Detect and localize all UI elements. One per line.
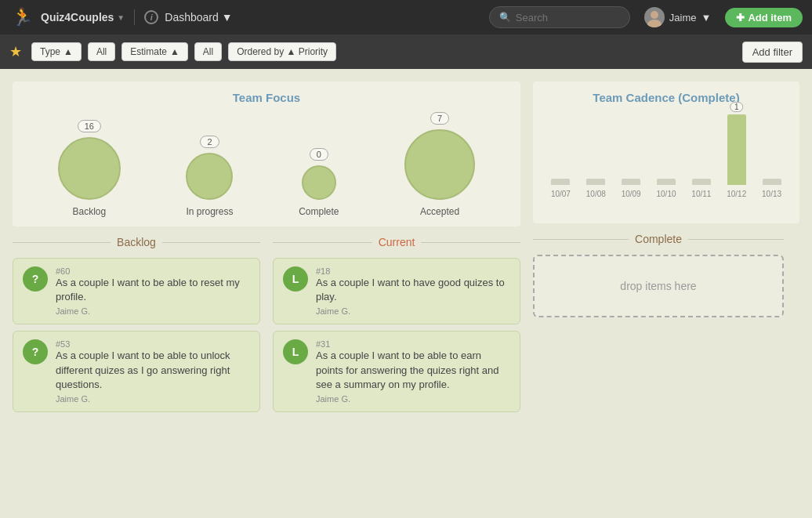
add-filter-button[interactable]: Add filter: [742, 42, 803, 63]
ordered-by-label: Ordered by: [237, 46, 284, 57]
focus-item: 7 Accepted: [404, 112, 475, 217]
team-cadence-panel: Team Cadence (Complete) 10/0710/0810/091…: [533, 82, 799, 223]
chart-bar: [692, 179, 711, 185]
search-bar[interactable]: 🔍: [489, 6, 630, 28]
focus-item: 16 Backlog: [58, 120, 121, 217]
focus-badge: 16: [78, 120, 101, 132]
focus-circle: [186, 153, 233, 200]
card-author: Jaime G.: [56, 394, 250, 404]
header: 🏃 Quiz4Couples ▼ i Dashboard ▼ 🔍 Jaime ▼…: [0, 0, 812, 34]
chart-date-label: 10/10: [656, 190, 676, 198]
card-content: #53 As a couple I want to be able to unl…: [56, 339, 250, 404]
card-id: #53: [56, 339, 250, 349]
current-column-header: Current: [273, 236, 520, 248]
left-panel: Team Focus 16 Backlog 2 In progress 0 Co…: [13, 82, 520, 505]
cadence-chart: 10/0710/0810/0910/1010/11110/1210/13: [546, 112, 787, 214]
chart-bar: [586, 179, 605, 185]
project-selector[interactable]: Quiz4Couples ▼: [41, 11, 125, 24]
type-all-button[interactable]: All: [88, 42, 115, 61]
svg-point-1: [647, 20, 662, 27]
avatar: [644, 7, 665, 27]
chart-bar-group: 10/11: [686, 179, 716, 198]
card-author: Jaime G.: [56, 306, 250, 316]
card-content: #60 As a couple I want to be able to res…: [56, 266, 250, 316]
search-icon: 🔍: [499, 12, 511, 23]
card-icon: L: [283, 266, 308, 292]
focus-label: Backlog: [72, 206, 106, 217]
backlog-column-title: Backlog: [117, 236, 156, 248]
current-column: Current L #18 As a couple I want to have…: [273, 236, 520, 505]
app-logo: 🏃: [9, 5, 34, 30]
dashboard-chevron-icon: ▼: [222, 11, 233, 24]
card[interactable]: ? #60 As a couple I want to be able to r…: [13, 258, 260, 324]
card-text: As a couple I want to be able to earn po…: [316, 349, 510, 392]
focus-label: Complete: [299, 206, 339, 217]
estimate-all-value: All: [203, 46, 213, 57]
main-content: Team Focus 16 Backlog 2 In progress 0 Co…: [0, 69, 812, 518]
project-chevron-icon: ▼: [117, 13, 125, 22]
focus-badge: 0: [310, 148, 328, 161]
focus-label: In progress: [186, 206, 233, 217]
card-author: Jaime G.: [316, 306, 510, 316]
card-id: #60: [56, 266, 250, 276]
type-filter-button[interactable]: Type ▲: [31, 42, 82, 61]
chart-bar-group: 10/09: [616, 179, 647, 198]
right-panel: Team Cadence (Complete) 10/0710/0810/091…: [533, 82, 799, 505]
chart-date-label: 10/11: [691, 190, 711, 198]
chart-bar-group: 10/13: [756, 179, 787, 198]
chart-bar: [551, 179, 570, 185]
search-input[interactable]: [516, 12, 620, 24]
header-divider: [134, 9, 135, 25]
drop-zone[interactable]: drop items here: [533, 255, 784, 317]
filter-bar: ★ Type ▲ All Estimate ▲ All Ordered by ▲…: [0, 34, 812, 69]
priority-value: Priority: [299, 46, 328, 57]
add-item-label: Add item: [748, 12, 792, 24]
star-button[interactable]: ★: [9, 43, 22, 60]
backlog-column-header: Backlog: [13, 236, 260, 248]
backlog-cards-container: ? #60 As a couple I want to be able to r…: [13, 258, 260, 418]
focus-item: 0 Complete: [299, 148, 339, 217]
card-content: #31 As a couple I want to be able to ear…: [316, 339, 510, 404]
complete-column-header: Complete: [533, 233, 784, 245]
current-column-title: Current: [379, 236, 415, 248]
chart-date-label: 10/09: [622, 190, 641, 198]
plus-icon: ✚: [736, 12, 745, 24]
card-author: Jaime G.: [316, 394, 510, 404]
user-name: Jaime: [669, 12, 697, 24]
card-id: #31: [316, 339, 510, 349]
chart-bar: 1: [727, 114, 746, 185]
focus-circles: 16 Backlog 2 In progress 0 Complete 7 Ac…: [25, 112, 508, 217]
dashboard-label: Dashboard: [165, 11, 219, 24]
chart-date-label: 10/07: [551, 190, 571, 198]
backlog-line-right: [162, 242, 260, 243]
backlog-column: Backlog ? #60 As a couple I want to be a…: [13, 236, 260, 505]
estimate-label: Estimate: [130, 46, 167, 57]
estimate-arrow-icon: ▲: [170, 46, 179, 57]
card[interactable]: L #31 As a couple I want to be able to e…: [273, 331, 520, 412]
user-chevron-icon: ▼: [701, 12, 712, 24]
focus-circle: [58, 137, 121, 200]
chart-bar: [763, 179, 781, 185]
card-text: As a couple I want to be able to unlock …: [56, 349, 250, 392]
complete-column-title: Complete: [635, 233, 682, 245]
ordered-by-button[interactable]: Ordered by ▲ Priority: [228, 42, 336, 61]
estimate-filter-button[interactable]: Estimate ▲: [121, 42, 188, 61]
card[interactable]: L #18 As a couple I want to have good qu…: [273, 258, 520, 324]
dashboard-selector[interactable]: Dashboard ▼: [165, 11, 232, 24]
focus-badge: 2: [200, 136, 219, 148]
current-line-right: [421, 242, 520, 243]
add-item-button[interactable]: ✚ Add item: [725, 8, 803, 27]
chart-bar-group: 10/10: [651, 179, 682, 198]
type-all-value: All: [96, 46, 107, 57]
focus-label: Accepted: [420, 206, 459, 217]
card-text: As a couple I want to be able to reset m…: [56, 276, 250, 304]
add-filter-label: Add filter: [752, 46, 792, 58]
cadence-title: Team Cadence (Complete): [546, 91, 787, 104]
chart-bar-group: 10/07: [546, 179, 576, 198]
type-label: Type: [40, 46, 60, 57]
user-menu[interactable]: Jaime ▼: [644, 7, 712, 27]
backlog-line-left: [13, 242, 111, 243]
card[interactable]: ? #53 As a couple I want to be able to u…: [13, 331, 260, 412]
estimate-all-button[interactable]: All: [194, 42, 222, 61]
chart-bar: [657, 179, 676, 185]
